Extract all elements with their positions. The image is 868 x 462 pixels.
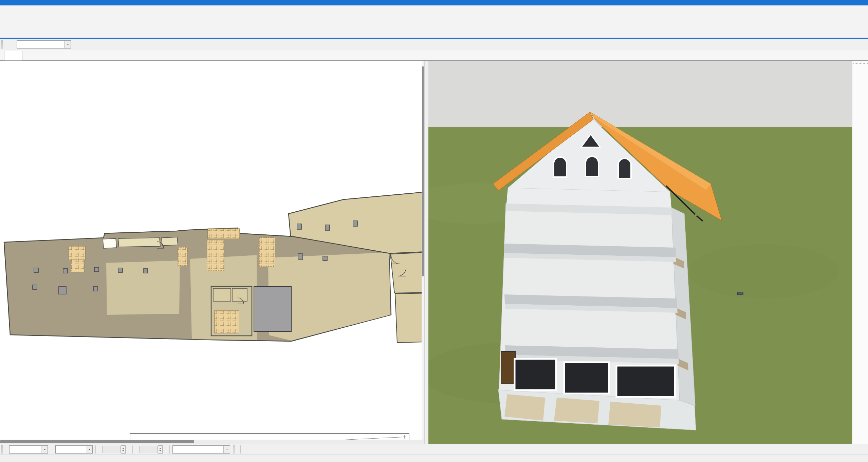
application-window <box>0 0 868 462</box>
chevron-down-icon[interactable] <box>86 446 92 453</box>
more-tools-button[interactable] <box>244 445 253 454</box>
tooltip-record-mode <box>737 292 743 295</box>
bottom-toolbar <box>0 444 868 455</box>
coordinate-mode-select[interactable] <box>172 445 230 454</box>
plan-vertical-scrollbar[interactable] <box>422 61 424 444</box>
side-toolbar-handle <box>853 63 868 64</box>
view-toolbar <box>0 39 868 50</box>
dx-input[interactable] <box>103 446 121 453</box>
chevron-down-icon[interactable] <box>64 41 71 48</box>
viewport-3d[interactable] <box>428 61 852 444</box>
plan-horizontal-scrollbar[interactable] <box>0 440 424 444</box>
tab-dialog[interactable] <box>4 51 22 60</box>
ribbon <box>0 5 868 39</box>
dy-input[interactable] <box>140 446 158 453</box>
storey-select[interactable] <box>55 445 93 454</box>
ribbon-tab-bar <box>0 0 868 5</box>
toolbar-drag-handle[interactable] <box>1 40 3 49</box>
bottom-tools-handle[interactable] <box>233 445 235 454</box>
side-toolbar <box>852 61 868 444</box>
chevron-down-icon[interactable] <box>41 446 48 453</box>
layer-select[interactable] <box>9 445 48 454</box>
floor-plan-drawing <box>0 61 424 444</box>
chevron-down-icon[interactable] <box>223 446 230 453</box>
dx-stepper[interactable] <box>121 445 126 454</box>
plan-2d-viewport[interactable] <box>0 61 424 444</box>
dy-stepper[interactable] <box>158 445 163 454</box>
dialog-tabstrip <box>0 50 868 61</box>
terrain-select[interactable] <box>17 40 71 49</box>
bottom-toolbar-handle[interactable] <box>1 445 3 454</box>
render-3d <box>428 61 852 444</box>
status-bar <box>0 455 868 462</box>
